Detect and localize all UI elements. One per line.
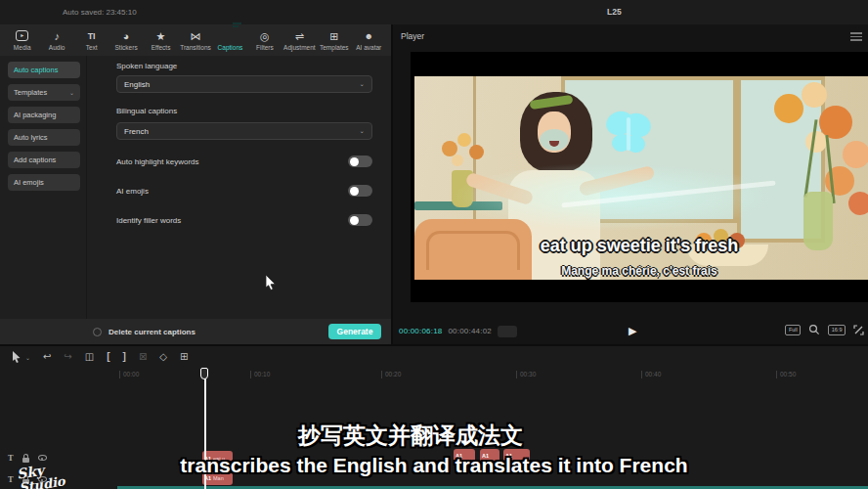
frame-rate-chip[interactable] [498,326,517,337]
player-header: Player [393,24,868,47]
scene-flower [469,145,484,159]
toolbar-item-stickers[interactable]: ◕ Stickers [109,25,142,55]
sidebar-item-auto-captions[interactable]: Auto captions [8,62,80,78]
project-label: L25 [607,7,622,17]
preview-quality-button[interactable]: Full [785,325,801,335]
chevron-down-icon: ⌄ [360,127,365,135]
scene-woman-face-glow [540,129,569,151]
identify-filler-words-row: Identify filler words [116,213,372,227]
stickers-icon: ◕ [123,30,130,43]
timeline-ruler[interactable]: 00:00 00:10 00:20 00:30 00:40 00:50 [0,368,868,381]
toolbar-item-filters[interactable]: ◎ Filters [248,25,281,55]
identify-filler-words-toggle[interactable] [348,214,372,226]
toolbar-item-captions[interactable]: Captions [214,25,246,55]
undo-icon[interactable]: ↩ [43,352,51,362]
overlay-subtitle-chinese: 抄写英文并翻译成法文 [0,421,845,451]
aspect-ratio-button[interactable]: 16:9 [828,325,846,335]
player-title: Player [401,31,424,41]
scene-flower [774,94,803,123]
add-track-icon[interactable]: ⊞ [180,352,188,362]
player-menu-icon[interactable] [850,32,862,43]
butterfly-hologram [600,108,657,158]
cursor-select-caret[interactable]: ⌄ [25,354,30,361]
preview-zoom-icon[interactable] [808,324,820,335]
generate-button[interactable]: Generate [328,324,381,339]
ai-avatar-icon: ☻ [365,30,373,43]
captions-sidebar: Auto captions Templates ⌄ AI packaging A… [0,56,86,319]
scene-flower [843,141,868,168]
delete-current-captions-label: Delete current captions [108,328,195,336]
scene-flower [452,155,463,166]
toolbar-item-ai-avatar[interactable]: ☻ AI avatar [353,25,385,55]
ai-emojis-row: AI emojis [116,184,372,198]
delete-icon[interactable]: ⊠ [139,352,147,362]
scene-flower [848,192,868,215]
mask-icon[interactable]: ◇ [159,352,167,362]
total-duration: 00:00:44:02 [448,327,491,335]
play-button[interactable]: ▶ [629,325,636,337]
video-caption-secondary: Mange ma chérie, c'est frais [411,264,868,278]
auto-saved-status: Auto saved: 23:45:10 [63,8,137,17]
sidebar-item-ai-emojis[interactable]: AI emojis [8,174,80,191]
toolbar-item-adjustment[interactable]: ⇌ Adjustment [283,25,316,55]
fullscreen-icon[interactable] [853,325,864,335]
ai-emojis-toggle[interactable] [348,185,372,197]
sidebar-item-ai-packaging[interactable]: AI packaging [8,107,80,123]
auto-highlight-keywords-toggle[interactable] [348,156,372,167]
media-toolbar: ▸ Media ♪ Audio TI Text ◕ Stickers ★ Eff… [0,24,391,56]
auto-highlight-keywords-row: Auto highlight keywords [116,155,372,168]
captions-settings: Spoken language English ⌄ Bilingual capt… [86,56,391,319]
scene-flower [805,131,827,153]
spoken-language-dropdown[interactable]: English ⌄ [116,75,372,93]
captions-panel: Auto captions Templates ⌄ AI packaging A… [0,56,391,344]
toolbar-item-media[interactable]: ▸ Media [6,25,38,55]
spoken-language-label: Spoken language [116,62,177,70]
bilingual-captions-label: Bilingual captions [116,107,177,115]
toolbar-item-templates[interactable]: ⊞ Templates [318,25,350,55]
split-icon[interactable]: ◫ [85,352,94,362]
filters-icon: ◎ [260,30,270,43]
scene-flower [457,133,471,147]
chevron-down-icon: ⌄ [69,89,74,96]
sidebar-item-templates[interactable]: Templates ⌄ [8,84,80,101]
current-time: 00:00:06:18 [399,327,442,335]
sidebar-item-auto-lyrics[interactable]: Auto lyrics [8,129,80,146]
redo-icon[interactable]: ↪ [64,352,71,362]
scene-flower [802,82,827,108]
toolbar-item-audio[interactable]: ♪ Audio [40,25,72,55]
effects-icon: ★ [156,30,166,43]
toolbar-item-effects[interactable]: ★ Effects [145,25,177,55]
adjustment-icon: ⇌ [295,30,304,43]
top-bar: Auto saved: 23:45:10 L25 [0,0,868,24]
toolbar-item-text[interactable]: TI Text [75,25,108,55]
media-icon: ▸ [16,30,28,43]
delete-current-captions-checkbox[interactable] [93,328,102,336]
toolbar-item-transitions[interactable]: ⋈ Transitions [179,25,211,55]
text-icon: TI [88,30,96,43]
timeline-toolbar: ⌄ ↩ ↪ ◫ [ ] ⊠ ◇ ⊞ [0,346,868,368]
sidebar-item-add-captions[interactable]: Add captions [8,152,80,168]
mouse-cursor [265,275,277,290]
video-frame[interactable]: eat up sweetie it's fresh Mange ma chéri… [411,52,868,302]
templates-icon: ⊞ [329,30,338,43]
bilingual-captions-dropdown[interactable]: French ⌄ [116,122,372,140]
audio-icon: ♪ [54,30,60,43]
playhead-handle[interactable] [200,368,208,379]
transitions-icon: ⋈ [190,30,200,43]
overlay-subtitle-english: transcribes the English and translates i… [0,454,868,477]
trim-right-icon[interactable]: ] [123,352,126,362]
player-panel: Player [393,24,868,344]
captions-panel-footer: Delete current captions Generate [0,319,391,344]
capcut-editor-window: Auto saved: 23:45:10 L25 ▸ Media ♪ Audio… [0,0,868,489]
cursor-select-icon[interactable] [12,351,22,363]
video-caption-primary: eat up sweetie it's fresh [411,236,868,256]
chevron-down-icon: ⌄ [360,80,365,88]
trim-left-icon[interactable]: [ [107,352,109,362]
player-controls: 00:00:06:18 00:00:44:02 ▶ Full 16:9 [393,318,868,344]
